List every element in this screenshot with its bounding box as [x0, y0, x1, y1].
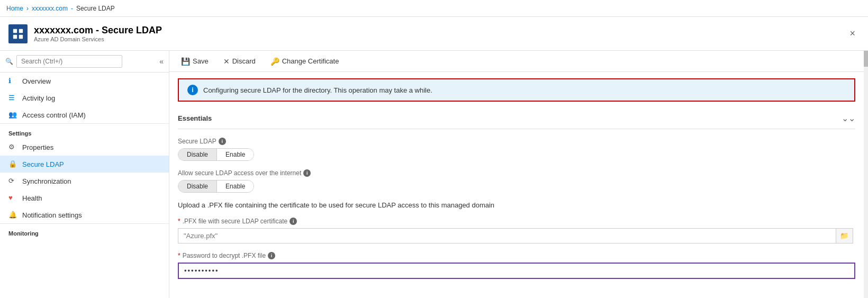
pfx-file-label: .PFX file with secure LDAP certificate i [178, 218, 855, 225]
lock-icon: 🔒 [8, 160, 17, 168]
pfx-info-icon[interactable]: i [290, 218, 297, 225]
svg-rect-0 [13, 29, 17, 32]
secure-ldap-info-icon[interactable]: i [219, 138, 226, 145]
sidebar-item-health[interactable]: ♥ Health [0, 189, 169, 206]
content-area: 🔍 « ℹ Overview ☰ Activity log 👥 Access c… [0, 51, 868, 298]
svg-rect-3 [19, 34, 23, 38]
secure-ldap-toggle: Disable Enable [178, 148, 254, 161]
settings-section-header: Settings [0, 123, 169, 139]
essentials-title: Essentials [178, 114, 212, 122]
sidebar-item-synchronization-label: Synchronization [22, 177, 71, 185]
sidebar-item-overview-label: Overview [22, 77, 51, 85]
expand-icon[interactable]: ⌄⌄ [842, 113, 855, 123]
page-title: xxxxxxx.com - Secure LDAP [34, 25, 162, 36]
discard-label: Discard [232, 57, 256, 65]
sync-icon: ⟳ [8, 177, 17, 185]
sidebar-item-overview[interactable]: ℹ Overview [0, 73, 169, 89]
sidebar-item-secure-ldap-label: Secure LDAP [22, 160, 64, 168]
sidebar-search-area: 🔍 « [0, 51, 169, 73]
properties-icon: ⚙ [8, 143, 17, 151]
search-icon: 🔍 [5, 58, 13, 65]
sidebar-item-secure-ldap[interactable]: 🔒 Secure LDAP [0, 156, 169, 173]
discard-button[interactable]: ✕ Discard [220, 55, 259, 68]
info-circle-icon: i [187, 85, 198, 95]
password-group: Password to decrypt .PFX file i [178, 252, 855, 279]
info-banner-message: Configuring secure LDAP for the director… [203, 86, 432, 94]
sidebar-item-activity-log[interactable]: ☰ Activity log [0, 89, 169, 106]
resource-subtitle: Azure AD Domain Services [34, 36, 162, 42]
pfx-file-input[interactable] [178, 228, 836, 243]
secure-ldap-label: Secure LDAP i [178, 138, 855, 145]
password-info-icon[interactable]: i [268, 252, 275, 259]
change-certificate-button[interactable]: 🔑 Change Certificate [267, 55, 342, 68]
app-container: xxxxxxx.com - Secure LDAP Azure AD Domai… [0, 17, 868, 298]
upload-description: Upload a .PFX file containing the certif… [178, 201, 855, 209]
people-icon: 👥 [8, 111, 17, 119]
save-label: Save [193, 57, 209, 65]
certificate-icon: 🔑 [270, 57, 279, 66]
browse-folder-button[interactable]: 📁 [836, 228, 853, 243]
change-cert-label: Change Certificate [282, 57, 339, 65]
save-button[interactable]: 💾 Save [178, 55, 212, 68]
main-panel: 💾 Save ✕ Discard 🔑 Change Certificate i … [169, 51, 864, 298]
resource-title-group: xxxxxxx.com - Secure LDAP Azure AD Domai… [8, 24, 162, 43]
domain-services-icon [12, 28, 24, 40]
sidebar-item-access-control-label: Access control (IAM) [22, 111, 86, 119]
resource-title-text: xxxxxxx.com - Secure LDAP Azure AD Domai… [34, 25, 162, 42]
close-button[interactable]: × [845, 26, 860, 41]
scrollbar[interactable] [864, 51, 868, 298]
breadcrumb-sep2: - [71, 5, 73, 12]
breadcrumb-home[interactable]: Home [6, 5, 23, 12]
breadcrumb-sep1: › [26, 5, 29, 12]
scrollbar-thumb[interactable] [864, 51, 868, 67]
folder-icon: 📁 [840, 232, 849, 240]
internet-access-info-icon[interactable]: i [303, 169, 311, 177]
internet-access-group: Allow secure LDAP access over the intern… [178, 169, 855, 193]
secure-ldap-disable-btn[interactable]: Disable [178, 149, 216, 160]
sidebar-item-properties-label: Properties [22, 143, 53, 151]
resource-header: xxxxxxx.com - Secure LDAP Azure AD Domai… [0, 17, 868, 51]
sidebar-item-notifications-label: Notification settings [22, 211, 82, 219]
internet-disable-btn[interactable]: Disable [178, 180, 216, 192]
sidebar-item-notifications[interactable]: 🔔 Notification settings [0, 206, 169, 223]
save-icon: 💾 [181, 57, 190, 66]
sidebar-item-health-label: Health [22, 194, 42, 202]
monitoring-section-header: Monitoring [0, 223, 169, 239]
pfx-file-group: .PFX file with secure LDAP certificate i… [178, 218, 855, 243]
resource-icon [8, 24, 28, 43]
collapse-sidebar-button[interactable]: « [159, 57, 164, 66]
sidebar: 🔍 « ℹ Overview ☰ Activity log 👥 Access c… [0, 51, 169, 298]
breadcrumb-resource[interactable]: xxxxxxx.com [32, 5, 68, 12]
info-banner: i Configuring secure LDAP for the direct… [178, 78, 855, 102]
pfx-input-group: 📁 [178, 228, 855, 243]
search-input[interactable] [16, 55, 122, 68]
discard-icon: ✕ [223, 57, 230, 66]
secure-ldap-enable-btn[interactable]: Enable [217, 149, 254, 160]
essentials-header: Essentials ⌄⌄ [178, 108, 855, 129]
breadcrumb-bar: Home › xxxxxxx.com - Secure LDAP [0, 0, 868, 17]
sidebar-item-access-control[interactable]: 👥 Access control (IAM) [0, 106, 169, 123]
svg-rect-1 [19, 29, 23, 32]
internet-enable-btn[interactable]: Enable [217, 180, 254, 192]
list-icon: ☰ [8, 94, 17, 102]
breadcrumb-page: Secure LDAP [76, 5, 115, 12]
svg-rect-2 [13, 34, 17, 38]
internet-access-toggle: Disable Enable [178, 180, 254, 193]
breadcrumb: Home › xxxxxxx.com - Secure LDAP [6, 5, 115, 12]
password-label: Password to decrypt .PFX file i [178, 252, 855, 259]
bell-icon: 🔔 [8, 211, 17, 219]
internet-access-label: Allow secure LDAP access over the intern… [178, 169, 855, 177]
heart-icon: ♥ [8, 194, 17, 202]
password-input[interactable] [178, 263, 855, 279]
sidebar-item-activity-log-label: Activity log [22, 94, 55, 102]
toolbar: 💾 Save ✕ Discard 🔑 Change Certificate [169, 51, 864, 72]
info-icon: ℹ [8, 77, 17, 85]
secure-ldap-group: Secure LDAP i Disable Enable [178, 138, 855, 161]
sidebar-item-properties[interactable]: ⚙ Properties [0, 139, 169, 156]
sidebar-item-synchronization[interactable]: ⟳ Synchronization [0, 173, 169, 189]
panel-content: Essentials ⌄⌄ Secure LDAP i Disable Enab… [169, 108, 864, 298]
